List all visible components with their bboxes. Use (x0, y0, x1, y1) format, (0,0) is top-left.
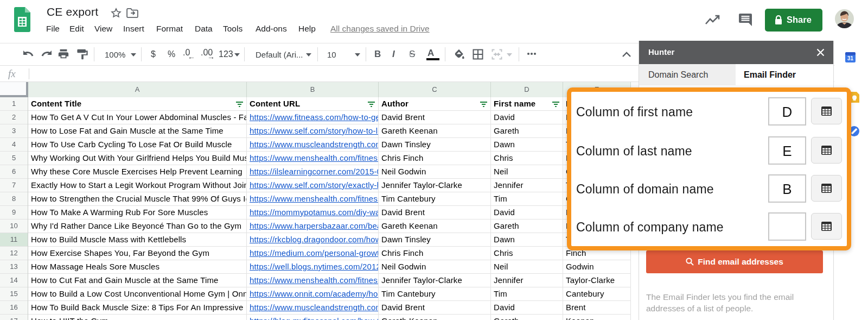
svg-text:31: 31 (847, 55, 854, 61)
